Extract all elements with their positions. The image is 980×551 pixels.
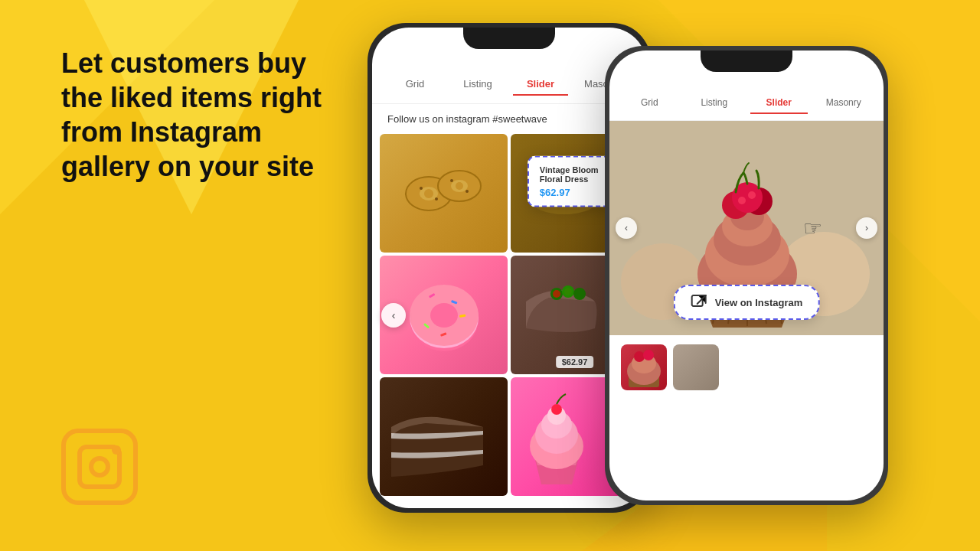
prev-arrow[interactable]: ‹ <box>381 303 406 328</box>
grid-item-choc-cake <box>380 377 508 496</box>
svg-point-5 <box>456 182 463 190</box>
cupcake-pink-svg <box>511 377 603 496</box>
choc-cake-svg <box>380 377 495 496</box>
instagram-icon-wrapper <box>61 429 138 505</box>
svg-point-30 <box>553 290 560 298</box>
thumbnail-row <box>609 335 884 390</box>
svg-point-21 <box>430 303 458 328</box>
back-next-arrow[interactable]: › <box>856 217 877 239</box>
svg-point-8 <box>450 179 453 182</box>
thumb-2 <box>673 344 719 390</box>
svg-point-31 <box>564 288 572 295</box>
instagram-inner-circle <box>89 456 110 478</box>
svg-point-29 <box>573 288 586 300</box>
phone-back: Grid Listing Slider Masonry <box>605 46 888 505</box>
svg-point-61 <box>643 350 654 360</box>
tab-grid[interactable]: Grid <box>387 73 443 96</box>
phone-back-screen: Grid Listing Slider Masonry <box>609 51 884 500</box>
tab-listing[interactable]: Listing <box>450 73 505 96</box>
svg-point-6 <box>420 187 423 190</box>
thumb-cupcake-svg <box>621 344 667 390</box>
price-badge-2: $62.97 <box>556 356 594 368</box>
phone-back-notch <box>701 51 792 72</box>
cupcake-area: ☞ › ‹ View on Instagram <box>609 121 884 335</box>
svg-point-7 <box>435 197 438 201</box>
svg-point-55 <box>748 191 756 199</box>
brownie-svg <box>511 259 618 367</box>
svg-point-60 <box>634 351 645 362</box>
tab-slider[interactable]: Slider <box>513 73 568 96</box>
phone-front-notch <box>463 28 555 49</box>
svg-point-54 <box>738 197 746 204</box>
hero-title: Let customers buy the liked items right … <box>61 46 329 184</box>
view-on-instagram-button[interactable]: View on Instagram <box>674 285 820 320</box>
left-section: Let customers buy the liked items right … <box>0 0 368 551</box>
back-tab-slider[interactable]: Slider <box>750 93 808 114</box>
phones-section: Grid Listing Slider Masonry Follow us on… <box>368 0 980 551</box>
external-link-icon <box>691 294 707 311</box>
back-prev-arrow[interactable]: ‹ <box>616 217 637 239</box>
svg-point-36 <box>551 404 562 415</box>
back-tab-listing[interactable]: Listing <box>686 93 743 114</box>
svg-point-2 <box>424 189 433 198</box>
view-on-instagram-text: View on Instagram <box>715 297 803 308</box>
cursor-overlay: ☞ <box>803 216 822 241</box>
back-tab-masonry[interactable]: Masonry <box>815 93 873 114</box>
donuts-svg <box>398 152 490 236</box>
svg-point-9 <box>466 190 469 193</box>
grid-item-donuts <box>380 134 508 253</box>
back-tab-grid[interactable]: Grid <box>621 93 678 114</box>
instagram-icon <box>61 429 138 505</box>
thumb-1 <box>621 344 667 390</box>
pink-donut-svg <box>394 266 494 365</box>
